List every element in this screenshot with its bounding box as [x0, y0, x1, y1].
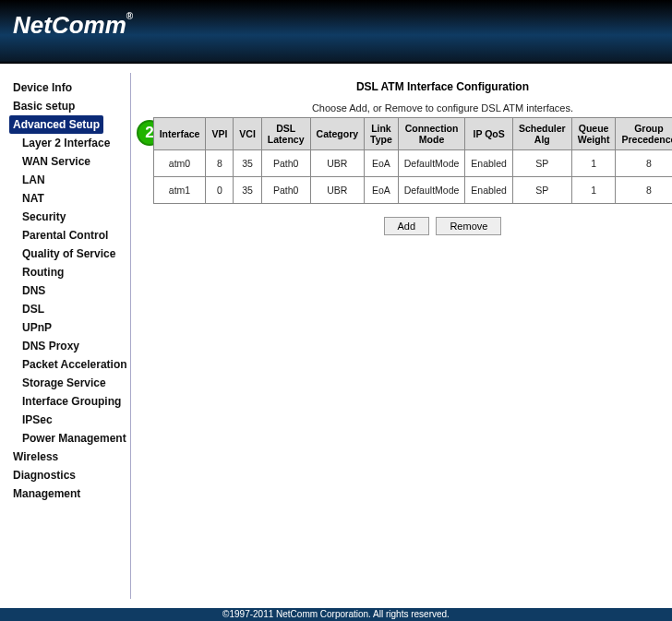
- sidebar-item-power-management[interactable]: Power Management: [9, 429, 131, 448]
- col-q-weight: Queue Weight: [571, 118, 616, 150]
- header: NetComm®: [0, 0, 672, 64]
- sidebar-item-advanced-setup[interactable]: Advanced Setup: [9, 115, 103, 134]
- cell: 8: [616, 177, 672, 204]
- page-subtitle: Choose Add, or Remove to configure DSL A…: [153, 102, 672, 113]
- cell: UBR: [310, 150, 365, 177]
- sidebar-item-security[interactable]: Security: [9, 208, 131, 226]
- cell: 35: [234, 150, 262, 177]
- brand-logo: NetComm®: [0, 0, 672, 40]
- sidebar-item-ipsec[interactable]: IPSec: [9, 411, 131, 429]
- col-sched-alg: Scheduler Alg: [512, 118, 571, 150]
- cell: 8: [206, 150, 234, 177]
- table-row: atm1035Path0UBREoADefaultModeEnabledSP18: [153, 177, 672, 204]
- atm-interface-table: Interface VPI VCI DSL Latency Category L…: [153, 117, 672, 204]
- sidebar-item-storage-service[interactable]: Storage Service: [9, 374, 131, 392]
- sidebar-item-management[interactable]: Management: [9, 484, 131, 503]
- table-row: atm0835Path0UBREoADefaultModeEnabledSP18: [153, 150, 672, 177]
- col-conn-mode: Connection Mode: [398, 118, 465, 150]
- cell: 1: [571, 150, 616, 177]
- cell: atm1: [153, 177, 206, 204]
- add-button[interactable]: Add: [384, 217, 430, 235]
- cell: 1: [571, 177, 616, 204]
- col-link-type: Link Type: [365, 118, 399, 150]
- sidebar-item-basic-setup[interactable]: Basic setup: [9, 97, 131, 115]
- col-category: Category: [310, 118, 365, 150]
- cell: atm0: [153, 150, 206, 177]
- footer: ©1997-2011 NetComm Corporation. All righ…: [0, 608, 672, 621]
- cell: 35: [234, 177, 262, 204]
- sidebar-item-packet-acceleration[interactable]: Packet Acceleration: [9, 355, 131, 374]
- page-title: DSL ATM Interface Configuration: [153, 80, 672, 93]
- sidebar-item-layer-2-interface[interactable]: Layer 2 Interface: [9, 134, 131, 152]
- sidebar-item-upnp[interactable]: UPnP: [9, 318, 131, 337]
- cell: DefaultMode: [398, 150, 465, 177]
- cell: Enabled: [465, 177, 513, 204]
- cell: Enabled: [465, 150, 513, 177]
- col-vpi: VPI: [206, 118, 234, 150]
- remove-button[interactable]: Remove: [436, 217, 501, 235]
- sidebar-item-wireless[interactable]: Wireless: [9, 448, 131, 466]
- sidebar-item-dns-proxy[interactable]: DNS Proxy: [9, 337, 131, 355]
- cell: 8: [616, 150, 672, 177]
- sidebar-item-routing[interactable]: Routing: [9, 263, 131, 281]
- sidebar: Device InfoBasic setupAdvanced SetupLaye…: [0, 64, 131, 608]
- cell: EoA: [365, 150, 399, 177]
- col-grp-prec: Group Precedence: [616, 118, 672, 150]
- sidebar-item-qos[interactable]: Quality of Service: [9, 245, 131, 263]
- sidebar-item-diagnostics[interactable]: Diagnostics: [9, 466, 131, 484]
- cell: Path0: [261, 150, 310, 177]
- sidebar-item-nat[interactable]: NAT: [9, 189, 131, 208]
- col-latency: DSL Latency: [261, 118, 310, 150]
- sidebar-item-parental-control[interactable]: Parental Control: [9, 226, 131, 245]
- cell: UBR: [310, 177, 365, 204]
- cell: EoA: [365, 177, 399, 204]
- sidebar-item-wan-service[interactable]: WAN Service: [9, 152, 131, 171]
- sidebar-item-interface-grouping[interactable]: Interface Grouping: [9, 392, 131, 411]
- cell: SP: [512, 177, 571, 204]
- cell: DefaultMode: [398, 177, 465, 204]
- sidebar-item-dsl[interactable]: DSL: [9, 300, 131, 318]
- main-content: DSL ATM Interface Configuration Choose A…: [131, 64, 672, 608]
- cell: SP: [512, 150, 571, 177]
- cell: 0: [206, 177, 234, 204]
- brand-text: NetComm: [13, 11, 126, 39]
- sidebar-item-device-info[interactable]: Device Info: [9, 78, 131, 97]
- col-interface: Interface: [153, 118, 206, 150]
- sidebar-item-lan[interactable]: LAN: [9, 171, 131, 189]
- sidebar-item-dns[interactable]: DNS: [9, 281, 131, 300]
- col-ip-qos: IP QoS: [465, 118, 513, 150]
- cell: Path0: [261, 177, 310, 204]
- col-vci: VCI: [234, 118, 262, 150]
